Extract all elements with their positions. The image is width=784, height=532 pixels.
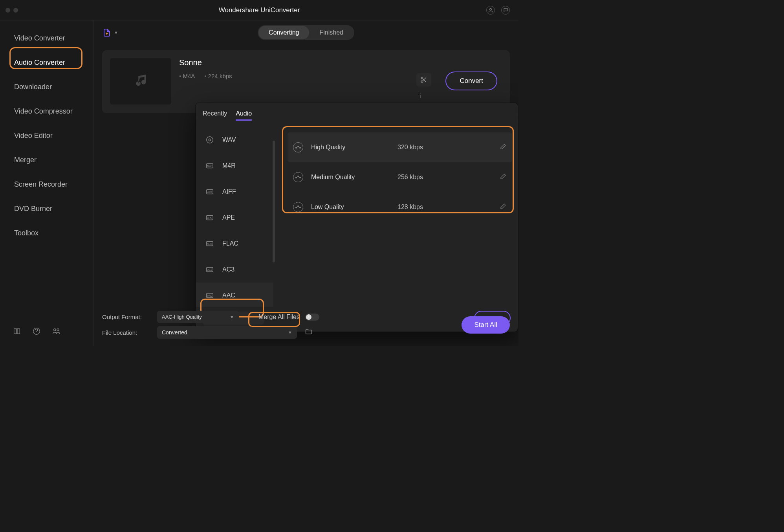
file-icon: AC3 — [204, 265, 215, 274]
start-all-button[interactable]: Start All — [462, 316, 510, 334]
quality-row-medium[interactable]: Medium Quality 256 kbps — [288, 162, 512, 192]
file-bitrate: 224 kbps — [204, 73, 232, 79]
tab-finished[interactable]: Finished — [309, 26, 353, 39]
file-icon: FLAC — [204, 239, 215, 248]
merge-label: Merge All Files — [258, 314, 300, 321]
edit-preset-icon[interactable] — [500, 173, 507, 182]
svg-text:APE: APE — [207, 216, 212, 219]
format-item-flac[interactable]: FLACFLAC — [196, 231, 273, 257]
account-icon[interactable] — [486, 6, 495, 15]
close-icon[interactable] — [5, 8, 10, 13]
minimize-icon[interactable] — [13, 8, 18, 13]
format-popup: Recently Audio WAV M4RM4R AIFFAIFF APEAP… — [196, 103, 518, 332]
open-folder-icon[interactable] — [305, 328, 458, 337]
feedback-icon[interactable] — [501, 6, 510, 15]
file-location-dropdown[interactable]: Converted▼ — [157, 326, 297, 339]
trim-icon[interactable] — [420, 76, 427, 83]
sidebar-item-video-compressor[interactable]: Video Compressor — [0, 99, 93, 123]
output-format-label: Output Format: — [102, 314, 153, 320]
sidebar-item-audio-converter[interactable]: Audio Converter — [0, 50, 93, 75]
info-icon[interactable]: i — [419, 93, 427, 101]
svg-point-0 — [490, 8, 492, 10]
file-format: M4A — [179, 73, 195, 79]
file-thumbnail — [110, 58, 171, 105]
file-location-label: File Location: — [102, 329, 153, 336]
file-icon: AIFF — [204, 187, 215, 196]
sidebar-item-video-converter[interactable]: Video Converter — [0, 26, 93, 50]
sidebar-item-video-editor[interactable]: Video Editor — [0, 123, 93, 148]
format-item-wav[interactable]: WAV — [196, 127, 273, 153]
svg-text:M4R: M4R — [207, 165, 212, 167]
format-item-aiff[interactable]: AIFFAIFF — [196, 179, 273, 205]
bottom-bar: Output Format: AAC-High Quality▼ Merge A… — [93, 305, 518, 346]
quality-list: High Quality 320 kbps Medium Quality 256… — [273, 125, 518, 307]
app-title: Wondershare UniConverter — [219, 6, 300, 14]
edit-preset-icon[interactable] — [500, 203, 507, 211]
status-tabs: Converting Finished — [258, 25, 354, 40]
svg-point-6 — [207, 137, 213, 143]
quality-icon — [293, 202, 303, 212]
svg-text:AC3: AC3 — [207, 268, 212, 271]
svg-text:FLAC: FLAC — [207, 243, 212, 245]
merge-toggle-row: Merge All Files — [258, 314, 458, 321]
popup-tab-audio[interactable]: Audio — [236, 110, 252, 121]
file-icon: M4R — [204, 161, 215, 170]
sidebar-item-dvd-burner[interactable]: DVD Burner — [0, 196, 93, 221]
merge-toggle[interactable] — [305, 314, 319, 321]
add-file-button[interactable]: ▼ — [102, 28, 118, 37]
window-controls[interactable] — [0, 8, 18, 13]
format-item-ape[interactable]: APEAPE — [196, 205, 273, 231]
sidebar-item-screen-recorder[interactable]: Screen Recorder — [0, 172, 93, 196]
popup-tab-recently[interactable]: Recently — [203, 110, 227, 121]
svg-text:AIFF: AIFF — [207, 191, 212, 193]
format-list[interactable]: WAV M4RM4R AIFFAIFF APEAPE FLACFLAC AC3A… — [196, 125, 273, 307]
edit-preset-icon[interactable] — [500, 143, 507, 152]
file-meta: M4A 224 kbps — [179, 73, 232, 79]
format-item-aac[interactable]: AACAAC — [196, 283, 273, 307]
chevron-down-icon: ▼ — [114, 30, 118, 35]
help-icon[interactable] — [32, 327, 41, 337]
sidebar: Video Converter Audio Converter Download… — [0, 20, 93, 346]
chevron-down-icon: ▼ — [288, 330, 292, 335]
tab-converting[interactable]: Converting — [258, 26, 309, 39]
tutorials-icon[interactable] — [13, 327, 21, 337]
title-bar: Wondershare UniConverter — [0, 0, 518, 20]
sidebar-item-toolbox[interactable]: Toolbox — [0, 221, 93, 245]
quality-row-low[interactable]: Low Quality 128 kbps — [288, 192, 512, 222]
format-item-m4r[interactable]: M4RM4R — [196, 153, 273, 179]
file-icon: AAC — [204, 291, 215, 300]
file-icon: APE — [204, 213, 215, 222]
format-item-ac3[interactable]: AC3AC3 — [196, 257, 273, 283]
sidebar-item-merger[interactable]: Merger — [0, 148, 93, 172]
output-format-dropdown[interactable]: AAC-High Quality▼ — [157, 311, 239, 323]
content-area: ▼ Converting Finished Sonne M4A 224 kbps — [93, 20, 518, 346]
convert-button[interactable]: Convert — [445, 72, 497, 90]
svg-text:AAC: AAC — [207, 294, 212, 297]
sidebar-item-downloader[interactable]: Downloader — [0, 75, 93, 99]
svg-point-3 — [57, 329, 59, 331]
svg-point-2 — [54, 329, 56, 331]
quality-icon — [293, 142, 303, 152]
edit-toolbar[interactable] — [416, 73, 431, 86]
chevron-down-icon: ▼ — [230, 315, 234, 319]
quality-row-high[interactable]: High Quality 320 kbps — [288, 132, 512, 162]
quality-icon — [293, 172, 303, 182]
community-icon[interactable] — [52, 327, 60, 337]
file-title: Sonne — [179, 58, 232, 67]
svg-point-7 — [209, 139, 211, 141]
disc-icon — [204, 136, 215, 144]
